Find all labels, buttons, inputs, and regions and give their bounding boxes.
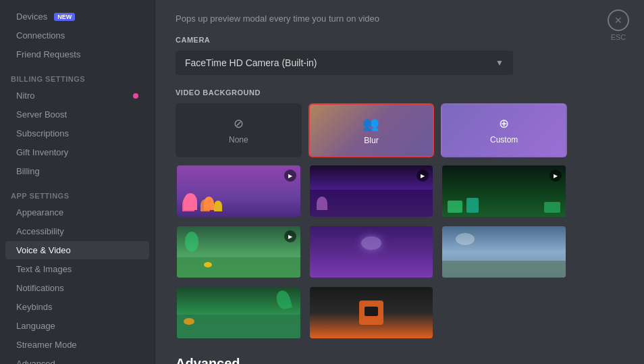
sidebar-item-label: Language	[16, 321, 55, 331]
sidebar-item-label: Connections	[16, 30, 65, 41]
sidebar-item-label: Devices	[16, 11, 47, 22]
app-settings-label: App Settings	[0, 181, 155, 203]
sidebar-item-label: Subscriptions	[16, 128, 69, 138]
sidebar-item-advanced[interactable]: Advanced	[5, 355, 149, 364]
vb-blur[interactable]: 👥 Blur	[308, 103, 435, 157]
none-icon: ⊘	[234, 116, 244, 131]
esc-button[interactable]: ✕ ESC	[608, 9, 629, 41]
camera-dropdown[interactable]: FaceTime HD Camera (Built-in) ▼	[176, 51, 513, 75]
custom-label: Custom	[490, 135, 518, 145]
scene2-preview: ▶	[310, 165, 433, 217]
sidebar-item-nitro[interactable]: Nitro	[5, 86, 149, 105]
sidebar-item-label: Text & Images	[16, 264, 72, 274]
sidebar-item-devices[interactable]: Devices NEW	[5, 7, 149, 26]
sidebar-item-connections[interactable]: Connections	[5, 26, 149, 45]
camera-section-label: CAMERA	[176, 36, 624, 44]
main-content: ✕ ESC Pops up preview modal every time y…	[155, 0, 644, 364]
esc-label: ESC	[611, 33, 626, 41]
sidebar-item-label: Accessibility	[16, 226, 64, 236]
vb-scene7[interactable]	[176, 286, 302, 340]
sidebar-item-label: Friend Requests	[16, 49, 80, 59]
sidebar-item-gift-inventory[interactable]: Gift Inventory	[5, 143, 149, 161]
sidebar-item-billing[interactable]: Billing	[5, 162, 149, 180]
sidebar-item-language[interactable]: Language	[5, 317, 149, 335]
vb-grid: ⊘ None 👥 Blur ⊕ Custom ▶ ▶	[176, 103, 567, 340]
esc-circle-icon: ✕	[608, 9, 629, 31]
sidebar-item-text-images[interactable]: Text & Images	[5, 260, 149, 278]
vb-scene1[interactable]: ▶	[176, 164, 302, 218]
sidebar-item-label: Server Boost	[16, 109, 67, 120]
nitro-dot	[133, 93, 138, 99]
sidebar-item-keybinds[interactable]: Keybinds	[5, 298, 149, 316]
advanced-title: Advanced	[176, 356, 624, 364]
sidebar-item-appearance[interactable]: Appearance	[5, 203, 149, 222]
camera-value: FaceTime HD Camera (Built-in)	[185, 57, 317, 68]
sidebar: Devices NEW Connections Friend Requests …	[0, 0, 155, 364]
sidebar-item-label: Voice & Video	[16, 245, 71, 255]
sidebar-item-friend-requests[interactable]: Friend Requests	[5, 45, 149, 63]
blur-icon: 👥	[363, 115, 379, 132]
custom-icon: ⊕	[499, 116, 509, 131]
billing-settings-label: Billing Settings	[0, 64, 155, 86]
scene6-preview	[442, 226, 566, 278]
vb-section-label: VIDEO BACKGROUND	[176, 88, 624, 97]
sidebar-item-streamer-mode[interactable]: Streamer Mode	[5, 336, 149, 354]
vb-scene2[interactable]: ▶	[308, 164, 435, 218]
sidebar-item-label: Notifications	[16, 283, 64, 293]
sidebar-item-label: Nitro	[16, 90, 34, 101]
scene5-preview	[310, 226, 433, 278]
sidebar-item-label: Appearance	[16, 207, 63, 217]
scene8-preview	[310, 287, 433, 338]
sidebar-item-label: Keybinds	[16, 302, 52, 312]
vb-none[interactable]: ⊘ None	[176, 103, 302, 157]
scene7-preview	[177, 287, 300, 338]
sidebar-item-voice-video[interactable]: Voice & Video	[5, 241, 149, 259]
play-icon: ▶	[417, 170, 429, 182]
vb-scene8[interactable]	[308, 286, 435, 340]
play-icon: ▶	[549, 170, 562, 182]
chevron-down-icon: ▼	[495, 58, 504, 68]
play-icon: ▶	[284, 170, 296, 182]
preview-description: Pops up preview modal every time you tur…	[176, 14, 624, 24]
sidebar-item-label: Advanced	[16, 359, 55, 364]
vb-scene3[interactable]: ▶	[441, 164, 567, 218]
vb-scene5[interactable]	[308, 225, 435, 279]
sidebar-item-label: Gift Inventory	[16, 147, 68, 157]
vb-custom[interactable]: ⊕ Custom	[441, 103, 567, 157]
new-badge: NEW	[54, 13, 75, 21]
sidebar-item-subscriptions[interactable]: Subscriptions	[5, 124, 149, 142]
sidebar-item-notifications[interactable]: Notifications	[5, 279, 149, 297]
sidebar-item-label: Billing	[16, 166, 40, 176]
blur-label: Blur	[364, 136, 378, 145]
sidebar-item-server-boost[interactable]: Server Boost	[5, 105, 149, 124]
scene3-preview: ▶	[442, 165, 566, 217]
sidebar-item-accessibility[interactable]: Accessibility	[5, 222, 149, 240]
scene1-preview: ▶	[177, 165, 300, 217]
play-icon: ▶	[284, 230, 296, 242]
none-label: None	[229, 135, 248, 145]
vb-scene6[interactable]	[441, 225, 567, 279]
scene4-preview: ▶	[177, 226, 300, 278]
sidebar-item-label: Streamer Mode	[16, 340, 77, 350]
vb-scene4[interactable]: ▶	[176, 225, 302, 279]
